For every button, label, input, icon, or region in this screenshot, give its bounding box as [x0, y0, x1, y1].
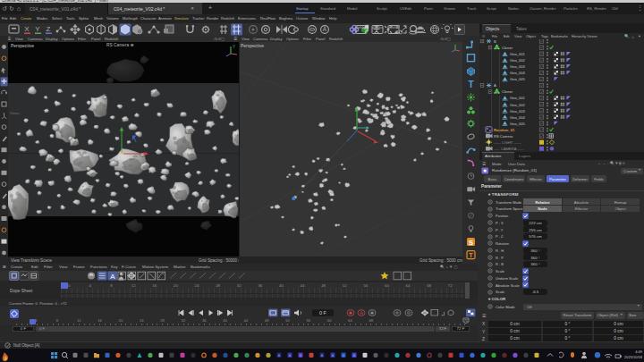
svg-text:Geo_005: Geo_005: [510, 77, 526, 81]
svg-text:Geo_004: Geo_004: [510, 115, 526, 120]
svg-text:B: B: [494, 39, 496, 44]
svg-text:A: A: [494, 83, 496, 88]
svg-text:A: A: [323, 26, 327, 32]
svg-text:Y: Y: [233, 45, 235, 49]
svg-text:Geo_001: Geo_001: [510, 96, 526, 100]
svg-text:T: T: [468, 80, 473, 89]
svg-text:RS Camera: RS Camera: [494, 134, 513, 139]
svg-text:X: X: [24, 25, 30, 33]
svg-text:Random_01: Random_01: [494, 128, 515, 132]
svg-text:72: 72: [464, 318, 469, 323]
svg-text:----- CAMERA -----: ----- CAMERA -----: [494, 147, 524, 151]
svg-text:Geo_002: Geo_002: [510, 58, 526, 63]
svg-text:A: A: [110, 273, 115, 281]
svg-text:Geo_002: Geo_002: [510, 103, 526, 107]
svg-text:S: S: [469, 239, 474, 247]
svg-text:A: A: [360, 310, 363, 315]
svg-text:Y: Y: [35, 25, 40, 33]
svg-text:Z: Z: [47, 25, 51, 33]
svg-text:Geo_003: Geo_003: [510, 109, 526, 114]
svg-text:T: T: [469, 251, 473, 259]
svg-text:Geo_005: Geo_005: [510, 122, 526, 126]
svg-text:Geo_003: Geo_003: [510, 64, 526, 69]
svg-text:0 F: 0 F: [319, 310, 326, 315]
svg-text:Cloner: Cloner: [502, 89, 513, 94]
svg-text:Geo_004: Geo_004: [510, 71, 526, 75]
svg-text:Geo_001: Geo_001: [510, 52, 526, 56]
svg-text:------ LIGHT ------: ------ LIGHT ------: [494, 140, 521, 145]
svg-text:Cloner: Cloner: [502, 46, 513, 50]
